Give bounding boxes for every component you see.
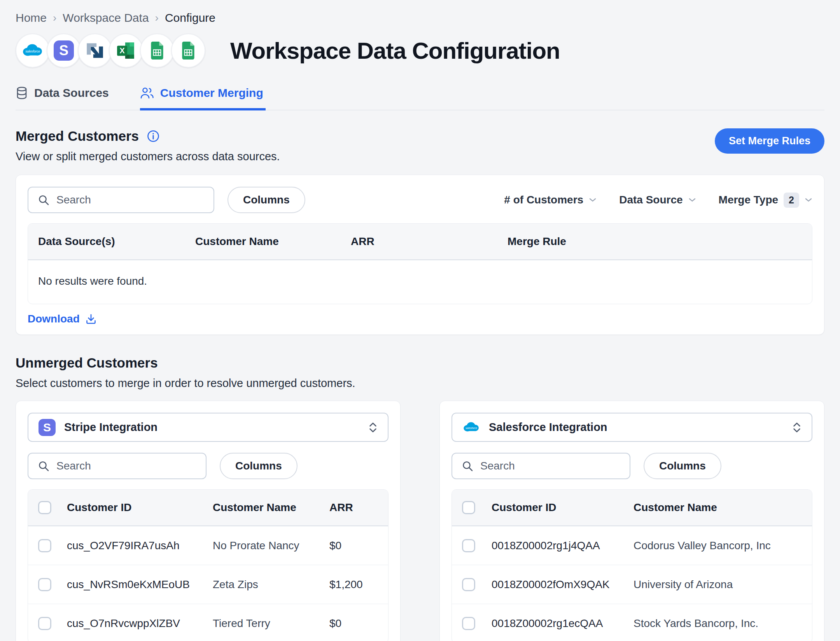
- chevron-down-icon: [589, 198, 597, 202]
- row-checkbox[interactable]: [462, 617, 475, 630]
- row-checkbox[interactable]: [38, 617, 51, 630]
- google-sheets-icon: [140, 33, 174, 68]
- table-row[interactable]: 0018Z00002fOmX9QAK University of Arizona: [452, 565, 812, 604]
- table-row[interactable]: cus_O7nRvcwppXlZBV Tiered Terry $0: [28, 604, 388, 641]
- row-checkbox[interactable]: [462, 539, 475, 552]
- table-header-row: Customer ID Customer Name ARR: [28, 490, 388, 526]
- customer-name-cell: University of Arizona: [634, 578, 812, 591]
- merge-type-count-badge: 2: [784, 193, 799, 208]
- salesforce-search-input[interactable]: [480, 460, 621, 472]
- merged-search[interactable]: [28, 187, 214, 213]
- breadcrumb-workspace-data[interactable]: Workspace Data: [63, 10, 149, 26]
- set-merge-rules-button[interactable]: Set Merge Rules: [715, 128, 824, 154]
- table-row[interactable]: 0018Z00002rg1j4QAA Codorus Valley Bancor…: [452, 526, 812, 565]
- col-arr: ARR: [351, 235, 508, 248]
- merged-customers-section: Merged Customers View or split merged cu…: [16, 128, 824, 335]
- google-sheets-icon: [171, 33, 205, 68]
- download-link[interactable]: Download: [28, 313, 97, 325]
- tab-data-sources[interactable]: Data Sources: [16, 86, 111, 110]
- stripe-search-input[interactable]: [56, 460, 197, 472]
- filter-num-customers[interactable]: # of Customers: [504, 194, 597, 206]
- customer-name-cell: Tiered Terry: [213, 617, 329, 630]
- svg-text:salesforce: salesforce: [25, 50, 40, 53]
- col-data-sources: Data Source(s): [38, 235, 195, 248]
- info-icon[interactable]: [147, 130, 160, 143]
- breadcrumb-configure: Configure: [165, 10, 215, 26]
- filter-label: Merge Type: [719, 194, 779, 206]
- salesforce-search[interactable]: [452, 453, 630, 479]
- select-chevrons-icon: [368, 421, 378, 434]
- table-header-row: Customer ID Customer Name: [452, 490, 812, 526]
- breadcrumb-home[interactable]: Home: [16, 10, 47, 26]
- table-row[interactable]: cus_NvRSm0eKxMEoUB Zeta Zips $1,200: [28, 565, 388, 604]
- customer-id-cell: cus_O2VF79IRA7usAh: [67, 539, 213, 552]
- salesforce-customers-table: Customer ID Customer Name 0018Z00002rg1j…: [452, 489, 812, 641]
- salesforce-panel: salesforce Salesforce Integration: [439, 401, 824, 641]
- merged-customers-description: View or split merged customers across da…: [16, 150, 280, 163]
- tab-customer-merging[interactable]: Customer Merging: [140, 86, 266, 110]
- netsuite-icon: [78, 33, 112, 68]
- select-all-checkbox[interactable]: [462, 501, 475, 514]
- stripe-icon: S: [38, 419, 56, 436]
- filter-label: Data Source: [619, 194, 682, 206]
- breadcrumb-separator: ›: [155, 10, 159, 26]
- row-checkbox[interactable]: [38, 539, 51, 552]
- col-customer-id: Customer ID: [492, 501, 634, 514]
- filter-label: # of Customers: [504, 194, 583, 206]
- salesforce-integration-select[interactable]: salesforce Salesforce Integration: [452, 413, 812, 442]
- arr-cell: $0: [329, 617, 388, 630]
- page-header: salesforce S X: [16, 33, 824, 68]
- search-icon: [38, 460, 49, 472]
- integration-select-value: Salesforce Integration: [489, 421, 784, 434]
- breadcrumb-separator: ›: [53, 10, 56, 26]
- customer-name-cell: Stock Yards Bancorp, Inc.: [634, 617, 812, 630]
- svg-text:salesforce: salesforce: [466, 427, 477, 429]
- stripe-panel: S Stripe Integration: [16, 401, 401, 641]
- col-customer-name: Customer Name: [634, 501, 812, 514]
- arr-cell: $1,200: [329, 578, 388, 591]
- customer-id-cell: cus_O7nRvcwppXlZBV: [67, 617, 213, 630]
- salesforce-icon: salesforce: [16, 33, 50, 68]
- row-checkbox[interactable]: [462, 578, 475, 591]
- svg-text:X: X: [120, 46, 125, 55]
- integration-select-value: Stripe Integration: [64, 421, 360, 434]
- col-arr: ARR: [329, 501, 388, 514]
- stripe-integration-select[interactable]: S Stripe Integration: [28, 413, 388, 442]
- unmerged-customers-heading: Unmerged Customers: [16, 355, 824, 371]
- salesforce-columns-button[interactable]: Columns: [644, 453, 721, 479]
- arr-cell: $0: [329, 539, 388, 552]
- people-icon: [140, 86, 154, 100]
- unmerged-customers-description: Select customers to merge in order to re…: [16, 377, 824, 390]
- table-row[interactable]: cus_O2VF79IRA7usAh No Prorate Nancy $0: [28, 526, 388, 565]
- col-customer-name: Customer Name: [213, 501, 329, 514]
- merged-columns-button[interactable]: Columns: [228, 187, 305, 213]
- merged-customers-table: Data Source(s) Customer Name ARR Merge R…: [28, 223, 812, 304]
- row-checkbox[interactable]: [38, 578, 51, 591]
- page-title: Workspace Data Configuration: [230, 37, 560, 64]
- col-merge-rule: Merge Rule: [508, 235, 812, 248]
- tab-bar: Data Sources Customer Merging: [16, 86, 824, 110]
- stripe-icon: S: [47, 33, 81, 68]
- page: Home › Workspace Data › Configure salesf…: [0, 0, 840, 641]
- select-chevrons-icon: [792, 421, 802, 434]
- select-all-checkbox[interactable]: [38, 501, 51, 514]
- customer-id-cell: 0018Z00002rg1ecQAA: [492, 617, 634, 630]
- salesforce-icon: salesforce: [462, 421, 480, 434]
- stripe-columns-button[interactable]: Columns: [220, 453, 298, 479]
- unmerged-customers-section: Unmerged Customers Select customers to m…: [16, 355, 824, 641]
- chevron-down-icon: [805, 198, 812, 202]
- filter-merge-type[interactable]: Merge Type 2: [719, 193, 812, 208]
- merged-search-input[interactable]: [56, 194, 204, 206]
- chevron-down-icon: [688, 198, 696, 202]
- col-customer-id: Customer ID: [67, 501, 213, 514]
- excel-icon: X: [109, 33, 143, 68]
- merged-customers-heading: Merged Customers: [16, 128, 139, 144]
- table-header-row: Data Source(s) Customer Name ARR Merge R…: [28, 224, 812, 260]
- stripe-search[interactable]: [28, 453, 206, 479]
- search-icon: [38, 194, 49, 206]
- filter-data-source[interactable]: Data Source: [619, 194, 696, 206]
- table-row[interactable]: 0018Z00002rg1ecQAA Stock Yards Bancorp, …: [452, 604, 812, 641]
- data-source-icon-stack: salesforce S X: [16, 33, 205, 68]
- customer-name-cell: Codorus Valley Bancorp, Inc: [634, 539, 812, 552]
- merged-customers-card: Columns # of Customers Data Source: [16, 175, 824, 335]
